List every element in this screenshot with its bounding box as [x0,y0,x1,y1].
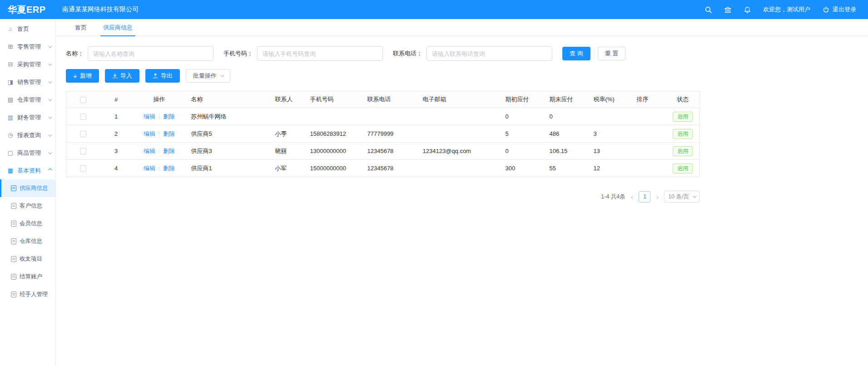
cell-email [418,125,501,143]
cell-end-payable: 486 [545,125,589,143]
document-icon [11,238,16,244]
cell-email [418,160,501,177]
cell-sort [632,125,666,143]
cell-contact: 小军 [271,160,306,177]
chevron-down-icon [48,133,52,136]
tel-filter-group: 联系电话： [393,46,552,61]
edit-link[interactable]: 编辑 [144,148,155,154]
retail-icon: ⊞ [7,43,14,50]
sidebar-item-sales[interactable]: ◨ 销售管理 [0,73,55,91]
cell-tel: 12345678 [363,160,418,177]
bell-icon[interactable] [744,6,751,14]
tab-home[interactable]: 首页 [67,19,95,36]
sidebar-item-label: 首页 [17,25,29,33]
sidebar: ⌂ 首页 ⊞ 零售管理 ⊟ 采购管理 ◨ 销售管理 ▤ 仓库管理 ▥ 财务管理 [0,19,56,366]
tel-filter-input[interactable] [427,46,552,61]
status-badge: 启用 [673,146,693,156]
phone-filter-input[interactable] [257,46,383,61]
table-header-row: # 操作 名称 联系人 手机号码 联系电话 电子邮箱 期初应付 期末应付 税率(… [66,91,700,108]
power-icon [822,6,830,14]
delete-link[interactable]: 删除 [163,148,175,154]
search-icon[interactable] [704,6,712,14]
finance-icon: ▥ [7,114,14,121]
table-row: 3 编辑删除 供应商3 晓丽 13000000000 12345678 1234… [66,143,700,160]
row-checkbox[interactable] [80,165,86,172]
delete-link[interactable]: 删除 [163,165,175,172]
sidebar-item-member-info[interactable]: 会员信息 [0,215,55,232]
sidebar-item-reports[interactable]: ◷ 报表查询 [0,126,55,144]
cell-begin-payable: 5 [501,125,545,143]
cell-sort [632,108,666,125]
sidebar-item-retail[interactable]: ⊞ 零售管理 [0,38,55,55]
row-checkbox[interactable] [80,114,86,120]
prev-page-icon[interactable]: ‹ [630,193,635,201]
add-button[interactable]: + 新增 [66,69,99,83]
bank-icon[interactable] [724,6,732,14]
row-checkbox[interactable] [80,148,86,154]
app-logo: 华夏ERP [0,4,56,16]
edit-link[interactable]: 编辑 [144,165,155,172]
sidebar-item-inout-items[interactable]: 收支项目 [0,250,55,268]
col-index: # [100,91,132,108]
cell-end-payable: 0 [545,108,589,125]
logout-button[interactable]: 退出登录 [822,5,856,14]
cell-begin-payable: 0 [501,143,545,160]
delete-link[interactable]: 删除 [163,130,175,137]
select-all-checkbox[interactable] [80,97,86,103]
sidebar-item-label: 销售管理 [17,78,41,86]
toolbar: + 新增 导入 导出 批量操作 [66,69,857,83]
chevron-down-icon [48,150,52,154]
document-icon [11,292,16,297]
name-filter-input[interactable] [88,46,213,61]
sidebar-item-supplier-info[interactable]: 供应商信息 [0,179,55,197]
cell-begin-payable: 300 [501,160,545,177]
main-area: 首页 供应商信息 名称： 手机号码： 联系电话： 查 询 重 置 [56,19,868,366]
col-status: 状态 [666,91,700,108]
import-button[interactable]: 导入 [105,69,139,83]
export-button-label: 导出 [161,72,173,80]
cell-tax-rate: 12 [589,160,632,177]
batch-actions-dropdown[interactable]: 批量操作 [186,69,230,83]
cell-tax-rate: 3 [589,125,632,143]
sidebar-subitem-label: 供应商信息 [20,184,48,192]
sidebar-item-finance[interactable]: ▥ 财务管理 [0,109,55,126]
sidebar-item-customer-info[interactable]: 客户信息 [0,197,55,215]
delete-link[interactable]: 删除 [163,113,175,120]
next-page-icon[interactable]: › [655,193,660,201]
tab-supplier-info[interactable]: 供应商信息 [95,19,141,36]
sidebar-item-label: 仓库管理 [17,96,41,104]
chevron-down-icon [48,44,52,48]
chevron-down-icon [693,194,696,198]
sidebar-item-warehouse-info[interactable]: 仓库信息 [0,232,55,250]
status-badge: 启用 [673,163,693,173]
tel-filter-label: 联系电话： [393,49,422,58]
sidebar-item-home[interactable]: ⌂ 首页 [0,20,55,38]
sidebar-item-handler-manage[interactable]: 经手人管理 [0,286,55,303]
phone-filter-label: 手机号码： [223,49,253,58]
row-index: 4 [100,160,132,177]
sidebar-subitem-label: 客户信息 [20,202,42,210]
page-size-select[interactable]: 10 条/页 [664,191,699,203]
sidebar-item-basedata[interactable]: ▦ 基本资料 [0,162,55,179]
sidebar-item-warehouse[interactable]: ▤ 仓库管理 [0,91,55,109]
cell-tel: 77779999 [363,125,418,143]
row-index: 1 [100,108,132,125]
table-row: 4 编辑删除 供应商1 小军 15000000000 12345678 300 … [66,160,700,177]
search-button[interactable]: 查 询 [562,47,590,60]
page-number-button[interactable]: 1 [639,191,650,203]
sidebar-item-goods[interactable]: ▢ 商品管理 [0,144,55,162]
divider [159,166,159,171]
sidebar-subitem-label: 会员信息 [20,220,42,228]
cell-sort [632,143,666,160]
cell-contact: 晓丽 [271,143,306,160]
sidebar-item-settle-account[interactable]: 结算账户 [0,268,55,286]
export-button[interactable]: 导出 [145,69,180,83]
sidebar-item-purchase[interactable]: ⊟ 采购管理 [0,55,55,73]
row-checkbox[interactable] [80,131,86,137]
chevron-up-icon [48,168,52,172]
edit-link[interactable]: 编辑 [144,130,155,137]
top-bar: 华夏ERP 南通某某网络科技有限公司 欢迎您，测试用户 退出登录 [0,0,868,19]
edit-link[interactable]: 编辑 [144,113,155,120]
cell-end-payable: 106.15 [545,143,589,160]
reset-button[interactable]: 重 置 [598,47,626,60]
